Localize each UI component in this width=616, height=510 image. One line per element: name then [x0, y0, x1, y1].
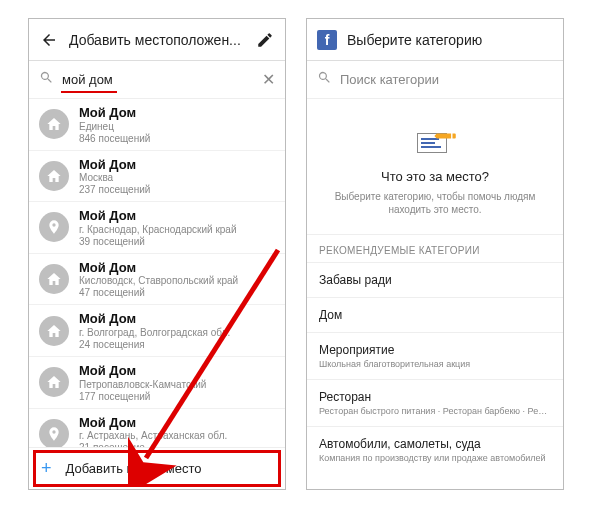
category-title: Ресторан — [319, 390, 551, 404]
list-item[interactable]: Мой Домг. Краснодар, Краснодарский край3… — [29, 202, 285, 254]
home-icon — [39, 367, 69, 397]
search-row: ✕ — [29, 61, 285, 99]
list-item-title: Мой Дом — [79, 260, 275, 276]
header: Добавить местоположен... — [29, 19, 285, 61]
header-title: Выберите категорию — [347, 32, 553, 48]
add-new-place-label: Добавить новое место — [66, 461, 202, 476]
list-item-title: Мой Дом — [79, 105, 275, 121]
results-list: Мой ДомЕдинец846 посещенийМой ДомМосква2… — [29, 99, 285, 447]
list-item-visits: 47 посещений — [79, 287, 275, 298]
category-subtitle: Ресторан быстрого питания · Ресторан бар… — [319, 406, 551, 416]
list-item-body: Мой ДомКисловодск, Ставропольский край47… — [79, 260, 275, 299]
home-icon — [39, 109, 69, 139]
note-pencil-icon — [413, 127, 457, 157]
promo-block: Что это за место? Выберите категорию, чт… — [307, 99, 563, 235]
list-item-body: Мой ДомМосква237 посещений — [79, 157, 275, 196]
add-location-screen: Добавить местоположен... ✕ Мой ДомЕдинец… — [28, 18, 286, 490]
list-item-body: Мой Домг. Краснодар, Краснодарский край3… — [79, 208, 275, 247]
category-item[interactable]: Забавы ради — [307, 262, 563, 297]
clear-icon[interactable]: ✕ — [262, 70, 275, 89]
search-icon — [39, 70, 54, 89]
plus-icon: + — [41, 458, 52, 479]
list-item-visits: 39 посещений — [79, 236, 275, 247]
category-item[interactable]: Дом — [307, 297, 563, 332]
header: f Выберите категорию — [307, 19, 563, 61]
list-item[interactable]: Мой ДомМосква237 посещений — [29, 151, 285, 203]
list-item-subtitle: Петропавловск-Камчатский — [79, 379, 275, 391]
list-item-title: Мой Дом — [79, 363, 275, 379]
list-item-body: Мой Домг. Волгоград, Волгоградская обл.2… — [79, 311, 275, 350]
list-item-body: Мой Домг. Астрахань, Астраханская обл.21… — [79, 415, 275, 447]
list-item-visits: 237 посещений — [79, 184, 275, 195]
add-new-place-row[interactable]: + Добавить новое место — [29, 447, 285, 489]
select-category-screen: f Выберите категорию Что это за место? В… — [306, 18, 564, 490]
promo-title: Что это за место? — [325, 169, 545, 184]
list-item-visits: 177 посещений — [79, 391, 275, 402]
category-title: Автомобили, самолеты, суда — [319, 437, 551, 451]
list-item-subtitle: Кисловодск, Ставропольский край — [79, 275, 275, 287]
list-item-subtitle: Москва — [79, 172, 275, 184]
category-subtitle: Компания по производству или продаже авт… — [319, 453, 551, 463]
recommended-section-label: РЕКОМЕНДУЕМЫЕ КАТЕГОРИИ — [307, 235, 563, 262]
home-icon — [39, 264, 69, 294]
search-row — [307, 61, 563, 99]
list-item-subtitle: Единец — [79, 121, 275, 133]
list-item-subtitle: г. Волгоград, Волгоградская обл. — [79, 327, 275, 339]
list-item-subtitle: г. Астрахань, Астраханская обл. — [79, 430, 275, 442]
list-item-title: Мой Дом — [79, 415, 275, 431]
list-item-title: Мой Дом — [79, 311, 275, 327]
category-search-input[interactable] — [340, 72, 553, 87]
list-item-body: Мой ДомЕдинец846 посещений — [79, 105, 275, 144]
category-item[interactable]: МероприятиеШкольная благотворительная ак… — [307, 332, 563, 379]
list-item-title: Мой Дом — [79, 157, 275, 173]
category-title: Забавы ради — [319, 273, 551, 287]
back-arrow-icon[interactable] — [39, 30, 59, 50]
list-item[interactable]: Мой ДомКисловодск, Ставропольский край47… — [29, 254, 285, 306]
list-item[interactable]: Мой ДомПетропавловск-Камчатский177 посещ… — [29, 357, 285, 409]
list-item-body: Мой ДомПетропавловск-Камчатский177 посещ… — [79, 363, 275, 402]
category-item[interactable]: Автомобили, самолеты, судаКомпания по пр… — [307, 426, 563, 473]
list-item[interactable]: Мой Домг. Астрахань, Астраханская обл.21… — [29, 409, 285, 447]
list-item-title: Мой Дом — [79, 208, 275, 224]
category-list: Забавы радиДомМероприятиеШкольная благот… — [307, 262, 563, 473]
list-item[interactable]: Мой Домг. Волгоград, Волгоградская обл.2… — [29, 305, 285, 357]
promo-subtitle: Выберите категорию, чтобы помочь людям н… — [325, 190, 545, 216]
list-item-subtitle: г. Краснодар, Краснодарский край — [79, 224, 275, 236]
pin-icon — [39, 212, 69, 242]
pin-icon — [39, 419, 69, 447]
category-title: Дом — [319, 308, 551, 322]
search-input[interactable] — [62, 72, 254, 87]
category-item[interactable]: РесторанРесторан быстрого питания · Рест… — [307, 379, 563, 426]
category-title: Мероприятие — [319, 343, 551, 357]
facebook-icon: f — [317, 30, 337, 50]
search-icon — [317, 70, 332, 89]
category-subtitle: Школьная благотворительная акция — [319, 359, 551, 369]
list-item-visits: 24 посещения — [79, 339, 275, 350]
edit-icon[interactable] — [255, 30, 275, 50]
list-item[interactable]: Мой ДомЕдинец846 посещений — [29, 99, 285, 151]
home-icon — [39, 316, 69, 346]
list-item-visits: 846 посещений — [79, 133, 275, 144]
header-title: Добавить местоположен... — [69, 32, 245, 48]
home-icon — [39, 161, 69, 191]
